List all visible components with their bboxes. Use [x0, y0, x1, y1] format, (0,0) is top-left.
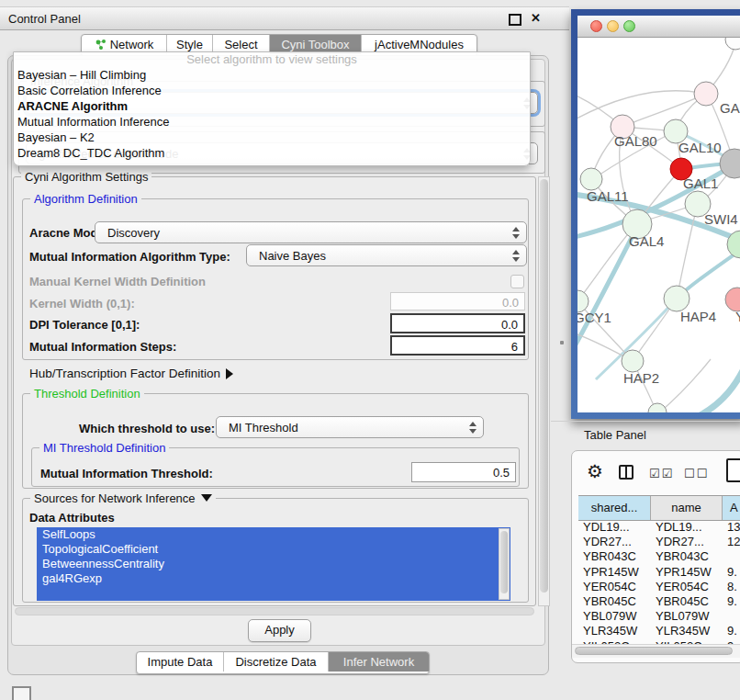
attributes-scrollbar-thumb[interactable] [500, 531, 508, 593]
table-cell[interactable]: YLR345W [578, 624, 651, 638]
table-panel: ⚙ ☑☑ ☐☐ shared... name A YDL19...YDL19..… [571, 450, 740, 663]
table-cell[interactable]: 9. [723, 624, 740, 638]
float-window-icon[interactable] [509, 14, 521, 26]
table-hscrollbar[interactable] [572, 644, 740, 658]
table-rows[interactable]: YDL19...YDL19...13YDR27...YDR27...12YBR0… [578, 520, 740, 648]
table-cell[interactable]: YBR045C [578, 594, 651, 609]
table-row[interactable]: YLR345WYLR345W9. [578, 624, 740, 638]
algorithm-option[interactable]: Bayesian – K2 [14, 130, 530, 145]
table-cell[interactable]: YDL19... [651, 520, 723, 535]
settings-scrollbar[interactable] [538, 176, 550, 606]
algorithm-option[interactable]: Basic Correlation Inference [14, 83, 530, 98]
data-attribute-item[interactable]: gal4RGexp [37, 571, 510, 586]
column-header-partial[interactable]: A [723, 496, 740, 520]
network-node[interactable] [580, 168, 602, 190]
data-attributes-list[interactable]: SelfLoopsTopologicalCoefficientBetweenne… [37, 527, 510, 601]
table-cell[interactable]: 9. [723, 565, 740, 580]
attributes-scrollbar[interactable] [499, 528, 510, 600]
network-node[interactable] [694, 82, 718, 106]
table-cell[interactable]: 9. [723, 594, 740, 609]
table-cell[interactable]: YDR27... [651, 535, 723, 549]
table-cell[interactable]: YER054C [651, 580, 723, 594]
algorithm-option[interactable]: Mutual Information Inference [14, 114, 530, 130]
table-cell[interactable]: YDL19... [578, 520, 651, 535]
mi-steps-field[interactable]: 6 [390, 335, 525, 356]
deselect-all-checkboxes-icon[interactable]: ☐☐ [684, 467, 709, 480]
tab-impute-data[interactable]: Impute Data [137, 652, 223, 672]
table-cell[interactable]: YBL079W [578, 609, 651, 624]
data-attribute-item[interactable]: SelfLoops [37, 527, 510, 542]
network-node-labels: GAL GAL80 GAL10 GAL1 GAL11 SWI4 GAL4 GCY… [577, 100, 740, 386]
network-canvas[interactable]: GAL GAL80 GAL10 GAL1 GAL11 SWI4 GAL4 GCY… [577, 38, 740, 412]
table-row[interactable]: YDL19...YDL19...13 [578, 520, 740, 535]
manual-kernel-checkbox[interactable] [510, 275, 524, 288]
column-header-name[interactable]: name [651, 496, 723, 520]
manual-kernel-label: Manual Kernel Width Definition [29, 275, 206, 288]
document-icon[interactable] [726, 458, 740, 482]
table-hscrollbar-thumb[interactable] [575, 647, 733, 655]
close-traffic-light-icon[interactable] [590, 20, 602, 32]
table-row[interactable]: YBR045CYBR045C9. [578, 594, 740, 609]
expander-collapsed-icon [226, 368, 233, 379]
table-cell[interactable]: YDR27... [578, 535, 651, 549]
mi-type-select[interactable]: Naive Bayes [246, 244, 527, 266]
svg-text:HAP2: HAP2 [623, 370, 659, 386]
network-window-titlebar[interactable] [577, 16, 740, 38]
table-cell[interactable]: YPR145W [651, 565, 723, 580]
algorithm-option[interactable]: Dream8 DC_TDC Algorithm [14, 145, 530, 161]
network-node[interactable] [648, 403, 667, 412]
table-panel-title: Table Panel [584, 428, 646, 442]
table-cell[interactable] [723, 549, 740, 564]
algorithm-popup-placeholder: Select algorithm to view settings [14, 52, 530, 67]
table-cell[interactable]: YBR045C [651, 594, 723, 609]
close-icon[interactable]: ✕ [531, 11, 541, 25]
table-cell[interactable]: YBR043C [651, 549, 723, 564]
table-cell[interactable]: YLR345W [651, 624, 723, 638]
table-cell[interactable]: 13 [723, 520, 740, 535]
table-cell[interactable]: 12 [723, 535, 740, 549]
data-attribute-item[interactable]: BetweennessCentrality [37, 557, 510, 571]
zoom-traffic-light-icon[interactable] [623, 20, 635, 32]
gear-icon[interactable]: ⚙ [587, 460, 603, 482]
panel-divider [551, 421, 740, 422]
svg-text:SWI4: SWI4 [704, 211, 738, 227]
column-header-shared-name[interactable]: shared... [578, 496, 651, 520]
table-cell[interactable] [723, 609, 740, 624]
aracne-mode-select[interactable]: Discovery [95, 221, 527, 243]
network-node[interactable] [664, 286, 690, 311]
table-cell[interactable]: YBL079W [651, 609, 723, 624]
columns-icon[interactable] [619, 465, 633, 480]
table-cell[interactable]: YPR145W [578, 565, 651, 580]
table-row[interactable]: YPR145WYPR145W9. [578, 565, 740, 580]
settings-scrollbar-thumb[interactable] [540, 179, 548, 593]
mi-type-label: Mutual Information Algorithm Type: [29, 250, 230, 264]
algorithm-option[interactable]: ARACNE Algorithm [14, 98, 530, 114]
select-all-checkboxes-icon[interactable]: ☑☑ [649, 467, 674, 480]
tab-infer-network[interactable]: Infer Network [328, 652, 429, 672]
which-threshold-select[interactable]: MI Threshold [216, 416, 484, 438]
table-row[interactable]: YBR043CYBR043C [578, 549, 740, 564]
network-node[interactable] [622, 350, 644, 372]
settings-hscroll-track[interactable] [15, 607, 534, 615]
table-row[interactable]: YER054CYER054C8. [578, 580, 740, 594]
data-attribute-item[interactable]: TopologicalCoefficient [37, 542, 510, 557]
tab-discretize-data[interactable]: Discretize Data [223, 652, 328, 672]
minimize-traffic-light-icon[interactable] [607, 20, 619, 32]
mi-threshold-field[interactable]: 0.5 [411, 462, 516, 482]
control-panel-titlebar: Control Panel ✕ [0, 6, 569, 30]
table-row[interactable]: YBL079WYBL079W [578, 609, 740, 624]
algorithm-option[interactable]: Bayesian – Hill Climbing [14, 67, 530, 83]
hub-expander[interactable]: Hub/Transcription Factor Definition [29, 367, 233, 380]
table-cell[interactable]: 8. [723, 580, 740, 594]
dpi-tolerance-field[interactable]: 0.0 [390, 313, 525, 333]
minimized-panel-icon[interactable] [12, 686, 31, 700]
table-cell[interactable]: YER054C [578, 580, 651, 594]
splitter-handle[interactable] [560, 341, 564, 344]
network-node[interactable] [725, 38, 740, 50]
sources-expander[interactable]: Sources for Network Inference [30, 491, 216, 505]
apply-button[interactable]: Apply [248, 619, 311, 642]
svg-text:GAL1: GAL1 [683, 175, 718, 191]
table-cell[interactable]: YBR043C [578, 549, 651, 564]
table-row[interactable]: YDR27...YDR27...12 [578, 535, 740, 549]
mi-steps-label: Mutual Information Steps: [29, 340, 176, 354]
